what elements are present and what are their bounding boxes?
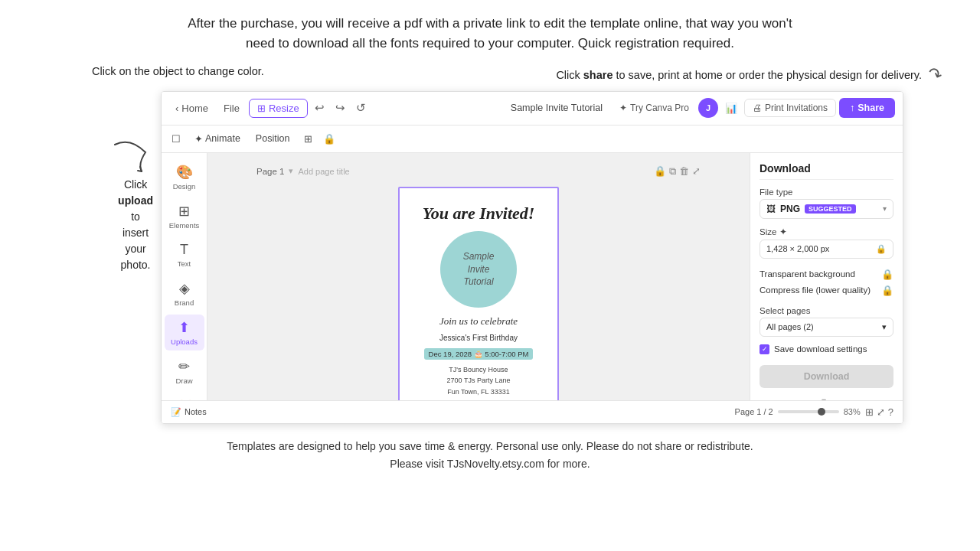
brand-icon: ◈ <box>179 280 190 297</box>
canva-toolbar: ☐ ✦ Animate Position ⊞ 🔒 <box>162 126 903 153</box>
topbar-share-label: Share <box>858 103 884 113</box>
page1-label: Page 1 <box>256 167 284 176</box>
canvas-area: Page 1 ▾ Add page title 🔒 ⧉ 🗑 ⤢ You are … <box>207 153 750 400</box>
star-icon: ✦ <box>619 103 627 113</box>
design-icon: 🎨 <box>176 164 193 181</box>
invite-venue-address: 2700 TJs Party Lane <box>447 377 511 384</box>
topbar-print-invitations[interactable]: 🖨 Print Invitations <box>744 99 836 117</box>
topbar-title: Sample Invite Tutorial <box>511 103 603 113</box>
toolbar-checkbox-icon: ☐ <box>168 130 185 147</box>
size-section: Size ✦ 1,428 × 2,000 px 🔒 <box>760 227 893 259</box>
select-pages-dropdown[interactable]: All pages (2) ▾ <box>760 318 893 337</box>
page-indicator: Page 1 / 2 <box>735 407 773 416</box>
uploads-icon: ⬆ <box>178 319 190 336</box>
size-label: Size ✦ <box>760 227 893 237</box>
animate-icon: ✦ <box>194 133 203 145</box>
toolbar-animate[interactable]: ✦ Animate <box>189 131 246 147</box>
elements-icon: ⊞ <box>178 203 190 220</box>
option-transparent: Transparent background 🔒 <box>760 266 893 282</box>
page1-delete-icon[interactable]: 🗑 <box>679 165 689 177</box>
canvas-wrapper: Click upload to insert your photo. ‹ Hom… <box>0 91 980 424</box>
canva-sidebar: 🎨 Design ⊞ Elements T Text ◈ Brand ⬆ <box>162 153 207 400</box>
grid-view-icon[interactable]: ⊞ <box>865 406 874 418</box>
top-instruction-line2: need to download all the fonts required … <box>246 36 734 51</box>
topbar-try-pro[interactable]: ✦ Try Canva Pro <box>613 99 695 116</box>
user-avatar[interactable]: J <box>698 98 718 118</box>
page1-lock-icon[interactable]: 🔒 <box>654 165 666 177</box>
sidebar-label-draw: Draw <box>175 377 192 385</box>
file-format-label: PNG <box>780 204 800 214</box>
print-icon: 🖨 <box>753 103 762 113</box>
footer-line2: Please visit TJsNovelty.etsy.com for mor… <box>61 455 919 474</box>
sidebar-item-design[interactable]: 🎨 Design <box>165 159 204 195</box>
download-button[interactable]: Download <box>760 365 893 388</box>
page1-expand-icon[interactable]: ⤢ <box>692 165 701 177</box>
sidebar-item-text[interactable]: T Text <box>165 237 204 272</box>
sidebar-item-brand[interactable]: ◈ Brand <box>165 276 204 311</box>
circle-line1: Sample <box>463 250 495 263</box>
invite-subtitle: Join us to celebrate <box>439 315 518 328</box>
toolbar-filter-icon[interactable]: ⊞ <box>299 130 316 147</box>
annotation-line2-bold: upload <box>118 194 153 207</box>
topbar-try-pro-label: Try Canva Pro <box>630 103 689 113</box>
annotation-line6: photo. <box>121 259 151 271</box>
draw-icon: ✏ <box>178 358 190 375</box>
invite-venue-city: Fun Town, FL 33331 <box>447 388 510 396</box>
option1-lock-icon: 🔒 <box>881 269 893 280</box>
notes-button[interactable]: 📝 Notes <box>171 407 207 417</box>
select-pages-section: Select pages All pages (2) ▾ <box>760 306 893 337</box>
sidebar-label-text: Text <box>178 259 191 268</box>
select-pages-chevron: ▾ <box>882 322 887 332</box>
topbar-resize-label: Resize <box>269 103 299 114</box>
options-section: Transparent background 🔒 Compress file (… <box>760 266 893 298</box>
invite-date-row: Dec 19, 2028 🎂 5:00-7:00 PM <box>424 348 534 360</box>
option1-label: Transparent background <box>760 269 855 279</box>
fullscreen-icon[interactable]: ⤢ <box>877 406 885 418</box>
right-panel: Download File type 🖼 PNG SUGGESTED ▾ Siz… <box>750 153 903 400</box>
sidebar-label-uploads: Uploads <box>171 337 198 346</box>
left-annotation: Click upload to insert your photo. <box>31 137 153 273</box>
page1-actions: 🔒 ⧉ 🗑 ⤢ <box>654 165 701 178</box>
toolbar-position[interactable]: Position <box>250 131 295 146</box>
canva-body: 🎨 Design ⊞ Elements T Text ◈ Brand ⬆ <box>162 153 903 400</box>
help-icon[interactable]: ? <box>888 406 893 418</box>
toolbar-lock-icon[interactable]: 🔒 <box>321 130 338 147</box>
topbar-redo[interactable]: ↪ <box>332 99 349 116</box>
topbar-share-button[interactable]: ↑ Share <box>839 98 895 118</box>
page1-add-title[interactable]: Add page title <box>298 167 349 176</box>
size-row: 1,428 × 2,000 px 🔒 <box>760 240 893 259</box>
annotation-line1: Click <box>124 178 147 191</box>
sidebar-item-elements[interactable]: ⊞ Elements <box>165 198 204 234</box>
save-settings-row[interactable]: ✓ Save download settings <box>760 344 893 354</box>
circle-line3: Tutorial <box>463 276 493 289</box>
page1-copy-icon[interactable]: ⧉ <box>669 165 676 178</box>
sidebar-item-draw[interactable]: ✏ Draw <box>165 354 204 390</box>
zoom-track[interactable] <box>778 410 839 413</box>
share-icon: ↑ <box>850 103 854 113</box>
right-hint: Click share to save, print at home or or… <box>556 65 949 85</box>
topbar-undo[interactable]: ↩ <box>311 99 328 116</box>
invite-title: You are Invited! <box>423 204 535 223</box>
resize-icon: ⊞ <box>257 103 266 114</box>
save-settings-checkbox[interactable]: ✓ <box>760 344 769 354</box>
sidebar-item-uploads[interactable]: ⬆ Uploads <box>165 315 204 350</box>
topbar-refresh[interactable]: ↺ <box>352 99 370 116</box>
footer-line1: Templates are designed to help you save … <box>61 438 919 456</box>
bottom-footer: Templates are designed to help you save … <box>0 424 980 482</box>
sidebar-item-projects[interactable]: 📁 Projects <box>165 393 204 400</box>
topbar-file-label: File <box>224 103 240 114</box>
canva-bottombar: 📝 Notes Page 1 / 2 83% ⊞ ⤢ ? <box>162 400 903 423</box>
sidebar-label-elements: Elements <box>169 221 200 230</box>
topbar-chart-icon[interactable]: 📊 <box>721 98 741 118</box>
annotation-line4: insert <box>122 227 149 239</box>
topbar-resize[interactable]: ⊞ Resize <box>249 99 308 118</box>
save-settings-label: Save download settings <box>774 344 867 354</box>
topbar-home[interactable]: ‹ Home <box>169 99 214 117</box>
left-hint-text: Click on the object to change color. <box>92 65 264 77</box>
zoom-bar: 83% <box>778 407 861 416</box>
invite-card-page1[interactable]: You are Invited! Sample Invite Tutorial … <box>398 187 559 400</box>
toolbar-animate-label: Animate <box>205 133 240 144</box>
file-format-select[interactable]: 🖼 PNG SUGGESTED ▾ <box>760 199 893 219</box>
text-icon: T <box>180 242 188 258</box>
topbar-file[interactable]: File <box>217 99 246 117</box>
